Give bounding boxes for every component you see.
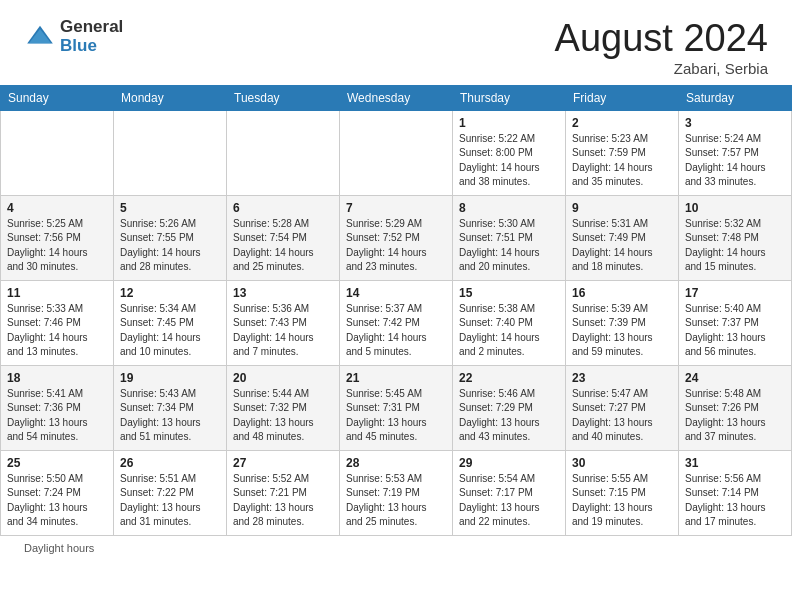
day-number: 26 (120, 456, 220, 470)
calendar: SundayMondayTuesdayWednesdayThursdayFrid… (0, 85, 792, 536)
calendar-cell: 30Sunrise: 5:55 AM Sunset: 7:15 PM Dayli… (566, 450, 679, 535)
calendar-week-row: 11Sunrise: 5:33 AM Sunset: 7:46 PM Dayli… (1, 280, 792, 365)
calendar-cell: 8Sunrise: 5:30 AM Sunset: 7:51 PM Daylig… (453, 195, 566, 280)
calendar-cell: 29Sunrise: 5:54 AM Sunset: 7:17 PM Dayli… (453, 450, 566, 535)
col-header-saturday: Saturday (679, 85, 792, 110)
calendar-cell: 7Sunrise: 5:29 AM Sunset: 7:52 PM Daylig… (340, 195, 453, 280)
calendar-cell: 2Sunrise: 5:23 AM Sunset: 7:59 PM Daylig… (566, 110, 679, 195)
logo-blue-text: Blue (60, 37, 123, 56)
day-info: Sunrise: 5:37 AM Sunset: 7:42 PM Dayligh… (346, 302, 446, 360)
day-number: 6 (233, 201, 333, 215)
day-number: 20 (233, 371, 333, 385)
col-header-sunday: Sunday (1, 85, 114, 110)
calendar-header-row: SundayMondayTuesdayWednesdayThursdayFrid… (1, 85, 792, 110)
day-info: Sunrise: 5:29 AM Sunset: 7:52 PM Dayligh… (346, 217, 446, 275)
header: General Blue August 2024 Zabari, Serbia (0, 0, 792, 85)
calendar-cell: 20Sunrise: 5:44 AM Sunset: 7:32 PM Dayli… (227, 365, 340, 450)
calendar-cell: 19Sunrise: 5:43 AM Sunset: 7:34 PM Dayli… (114, 365, 227, 450)
calendar-cell: 9Sunrise: 5:31 AM Sunset: 7:49 PM Daylig… (566, 195, 679, 280)
day-info: Sunrise: 5:26 AM Sunset: 7:55 PM Dayligh… (120, 217, 220, 275)
calendar-cell: 11Sunrise: 5:33 AM Sunset: 7:46 PM Dayli… (1, 280, 114, 365)
day-number: 1 (459, 116, 559, 130)
calendar-cell (227, 110, 340, 195)
calendar-cell: 6Sunrise: 5:28 AM Sunset: 7:54 PM Daylig… (227, 195, 340, 280)
day-number: 29 (459, 456, 559, 470)
daylight-hours-label: Daylight hours (24, 542, 94, 554)
day-info: Sunrise: 5:38 AM Sunset: 7:40 PM Dayligh… (459, 302, 559, 360)
location: Zabari, Serbia (555, 60, 768, 77)
calendar-week-row: 1Sunrise: 5:22 AM Sunset: 8:00 PM Daylig… (1, 110, 792, 195)
calendar-cell: 3Sunrise: 5:24 AM Sunset: 7:57 PM Daylig… (679, 110, 792, 195)
svg-marker-1 (29, 29, 51, 43)
title-block: August 2024 Zabari, Serbia (555, 18, 768, 77)
day-info: Sunrise: 5:43 AM Sunset: 7:34 PM Dayligh… (120, 387, 220, 445)
col-header-thursday: Thursday (453, 85, 566, 110)
day-info: Sunrise: 5:33 AM Sunset: 7:46 PM Dayligh… (7, 302, 107, 360)
calendar-cell: 26Sunrise: 5:51 AM Sunset: 7:22 PM Dayli… (114, 450, 227, 535)
day-info: Sunrise: 5:34 AM Sunset: 7:45 PM Dayligh… (120, 302, 220, 360)
day-info: Sunrise: 5:32 AM Sunset: 7:48 PM Dayligh… (685, 217, 785, 275)
col-header-wednesday: Wednesday (340, 85, 453, 110)
calendar-cell: 28Sunrise: 5:53 AM Sunset: 7:19 PM Dayli… (340, 450, 453, 535)
logo: General Blue (24, 18, 123, 55)
calendar-cell: 31Sunrise: 5:56 AM Sunset: 7:14 PM Dayli… (679, 450, 792, 535)
day-number: 27 (233, 456, 333, 470)
day-number: 4 (7, 201, 107, 215)
calendar-cell: 1Sunrise: 5:22 AM Sunset: 8:00 PM Daylig… (453, 110, 566, 195)
day-info: Sunrise: 5:45 AM Sunset: 7:31 PM Dayligh… (346, 387, 446, 445)
col-header-monday: Monday (114, 85, 227, 110)
day-number: 19 (120, 371, 220, 385)
calendar-cell: 24Sunrise: 5:48 AM Sunset: 7:26 PM Dayli… (679, 365, 792, 450)
calendar-week-row: 4Sunrise: 5:25 AM Sunset: 7:56 PM Daylig… (1, 195, 792, 280)
day-info: Sunrise: 5:41 AM Sunset: 7:36 PM Dayligh… (7, 387, 107, 445)
day-number: 2 (572, 116, 672, 130)
day-number: 24 (685, 371, 785, 385)
calendar-cell (340, 110, 453, 195)
day-number: 17 (685, 286, 785, 300)
day-info: Sunrise: 5:56 AM Sunset: 7:14 PM Dayligh… (685, 472, 785, 530)
day-info: Sunrise: 5:22 AM Sunset: 8:00 PM Dayligh… (459, 132, 559, 190)
calendar-cell: 22Sunrise: 5:46 AM Sunset: 7:29 PM Dayli… (453, 365, 566, 450)
day-number: 13 (233, 286, 333, 300)
calendar-cell: 25Sunrise: 5:50 AM Sunset: 7:24 PM Dayli… (1, 450, 114, 535)
day-info: Sunrise: 5:50 AM Sunset: 7:24 PM Dayligh… (7, 472, 107, 530)
day-number: 8 (459, 201, 559, 215)
calendar-cell: 13Sunrise: 5:36 AM Sunset: 7:43 PM Dayli… (227, 280, 340, 365)
day-info: Sunrise: 5:53 AM Sunset: 7:19 PM Dayligh… (346, 472, 446, 530)
col-header-friday: Friday (566, 85, 679, 110)
day-info: Sunrise: 5:25 AM Sunset: 7:56 PM Dayligh… (7, 217, 107, 275)
day-info: Sunrise: 5:44 AM Sunset: 7:32 PM Dayligh… (233, 387, 333, 445)
day-info: Sunrise: 5:55 AM Sunset: 7:15 PM Dayligh… (572, 472, 672, 530)
calendar-week-row: 18Sunrise: 5:41 AM Sunset: 7:36 PM Dayli… (1, 365, 792, 450)
calendar-cell (114, 110, 227, 195)
day-number: 16 (572, 286, 672, 300)
day-number: 14 (346, 286, 446, 300)
calendar-cell: 10Sunrise: 5:32 AM Sunset: 7:48 PM Dayli… (679, 195, 792, 280)
day-number: 15 (459, 286, 559, 300)
calendar-cell: 15Sunrise: 5:38 AM Sunset: 7:40 PM Dayli… (453, 280, 566, 365)
calendar-cell: 23Sunrise: 5:47 AM Sunset: 7:27 PM Dayli… (566, 365, 679, 450)
month-year: August 2024 (555, 18, 768, 60)
day-info: Sunrise: 5:23 AM Sunset: 7:59 PM Dayligh… (572, 132, 672, 190)
day-number: 23 (572, 371, 672, 385)
calendar-cell: 21Sunrise: 5:45 AM Sunset: 7:31 PM Dayli… (340, 365, 453, 450)
footer: Daylight hours (0, 536, 792, 560)
day-number: 5 (120, 201, 220, 215)
day-number: 7 (346, 201, 446, 215)
day-info: Sunrise: 5:24 AM Sunset: 7:57 PM Dayligh… (685, 132, 785, 190)
day-info: Sunrise: 5:30 AM Sunset: 7:51 PM Dayligh… (459, 217, 559, 275)
calendar-cell: 4Sunrise: 5:25 AM Sunset: 7:56 PM Daylig… (1, 195, 114, 280)
calendar-cell: 18Sunrise: 5:41 AM Sunset: 7:36 PM Dayli… (1, 365, 114, 450)
logo-general-text: General (60, 18, 123, 37)
day-info: Sunrise: 5:48 AM Sunset: 7:26 PM Dayligh… (685, 387, 785, 445)
day-info: Sunrise: 5:47 AM Sunset: 7:27 PM Dayligh… (572, 387, 672, 445)
day-info: Sunrise: 5:52 AM Sunset: 7:21 PM Dayligh… (233, 472, 333, 530)
day-info: Sunrise: 5:31 AM Sunset: 7:49 PM Dayligh… (572, 217, 672, 275)
day-number: 18 (7, 371, 107, 385)
day-number: 25 (7, 456, 107, 470)
calendar-cell: 5Sunrise: 5:26 AM Sunset: 7:55 PM Daylig… (114, 195, 227, 280)
day-info: Sunrise: 5:46 AM Sunset: 7:29 PM Dayligh… (459, 387, 559, 445)
calendar-week-row: 25Sunrise: 5:50 AM Sunset: 7:24 PM Dayli… (1, 450, 792, 535)
calendar-cell: 12Sunrise: 5:34 AM Sunset: 7:45 PM Dayli… (114, 280, 227, 365)
day-number: 22 (459, 371, 559, 385)
